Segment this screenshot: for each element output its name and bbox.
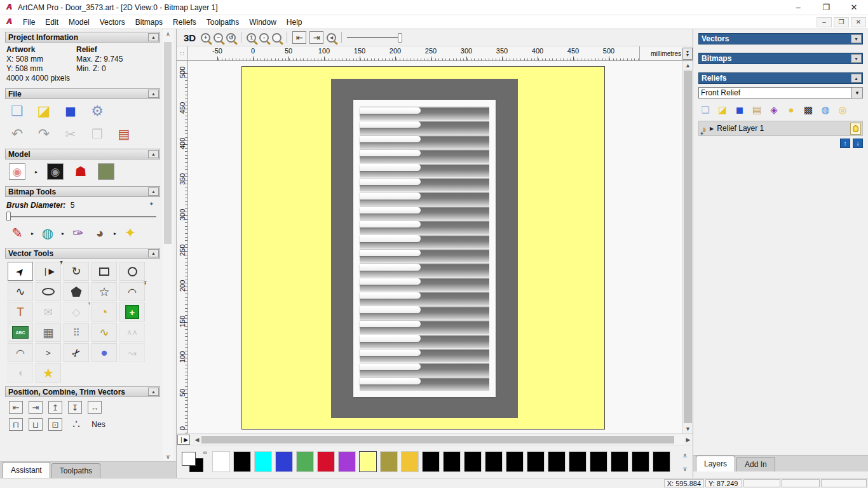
brush-slider-handle[interactable] xyxy=(6,212,11,221)
door-relief-bitmap[interactable] xyxy=(331,79,518,418)
close-button[interactable]: ✕ xyxy=(840,0,868,15)
mdi-minimize-button[interactable]: – xyxy=(817,17,832,27)
relief-select-dropdown[interactable]: Front Relief ▼ xyxy=(698,87,863,98)
colour-swatch[interactable] xyxy=(590,451,607,472)
toggle-panel-button[interactable]: ❘▶ xyxy=(177,435,190,445)
flood-replace-icon[interactable]: ✦ xyxy=(122,225,139,241)
flyout-arrow-icon[interactable]: ▸ xyxy=(114,231,116,236)
colour-swatch[interactable] xyxy=(632,451,649,472)
collapse-vector-tools-button[interactable]: ▲ xyxy=(148,249,159,257)
colour-swatch[interactable] xyxy=(464,451,482,472)
minimize-button[interactable]: – xyxy=(784,0,812,15)
save-relief-icon[interactable]: ◼ xyxy=(734,104,745,116)
paste-icon[interactable]: ▤ xyxy=(116,126,132,142)
block-copy-icon[interactable]: ⠿ xyxy=(64,323,89,342)
hscrollbar-thumb[interactable] xyxy=(201,436,674,444)
tab-toolpaths[interactable]: Toolpaths xyxy=(51,463,100,478)
colour-swatch[interactable] xyxy=(212,451,230,472)
menu-toolpaths[interactable]: Toolpaths xyxy=(201,17,244,28)
align-top-icon[interactable]: ↥ xyxy=(48,401,62,414)
toggle-reliefs-button[interactable]: ▲ xyxy=(851,74,862,83)
colour-swatch[interactable] xyxy=(254,451,272,472)
create-polygon-icon[interactable] xyxy=(64,282,89,301)
colour-swatch[interactable] xyxy=(485,451,503,472)
assistant-scrollbar-thumb[interactable] xyxy=(164,42,172,244)
select-vectors-icon[interactable]: ➤ xyxy=(8,262,33,281)
ruler-origin-icon[interactable]: ∷ xyxy=(177,46,188,60)
model-properties-icon[interactable]: ⚙ xyxy=(89,103,105,119)
colour-palette-icon[interactable]: ◕ xyxy=(92,225,108,241)
relief-layer-stack-icon[interactable]: ◈ xyxy=(768,104,780,116)
colour-swatch[interactable] xyxy=(275,451,293,472)
collapse-project-info-button[interactable]: ▲ xyxy=(148,33,159,41)
flyout-arrow-icon[interactable]: ▸ xyxy=(62,231,64,236)
undo-icon[interactable]: ↶ xyxy=(9,126,25,142)
fit-arcs-icon[interactable]: ◠ xyxy=(8,343,33,362)
view-3d-button[interactable]: 3D xyxy=(182,32,198,43)
create-bisector-icon[interactable]: ＞ xyxy=(36,343,61,362)
assistant-scrollbar[interactable]: ∧ ∨ xyxy=(163,29,173,461)
vector-texture-icon[interactable]: ★ xyxy=(36,363,61,383)
artwork-area[interactable] xyxy=(241,66,605,430)
pick-colour-icon[interactable]: ✑ xyxy=(70,225,86,241)
next-vector-button[interactable]: ⇥ xyxy=(309,31,323,44)
new-model-icon[interactable]: ❏ xyxy=(9,103,25,119)
menu-file[interactable]: File xyxy=(18,17,40,28)
relief-clipart-icon[interactable]: ▤ xyxy=(751,104,763,116)
vscrollbar-thumb[interactable] xyxy=(684,71,692,423)
colour-swatch[interactable] xyxy=(506,451,524,472)
centre-in-page-icon[interactable]: ⊡Ŧ xyxy=(48,418,62,431)
open-model-icon[interactable]: ◪ xyxy=(36,103,52,119)
zoom-1to1-icon[interactable]: 1 xyxy=(247,33,256,43)
text-block-icon[interactable]: ABC xyxy=(8,323,33,342)
flyout-arrow-icon[interactable]: ▸ xyxy=(31,231,34,236)
colour-swatch[interactable] xyxy=(380,451,398,472)
move-layer-up-button[interactable]: ↑ xyxy=(840,139,850,148)
centre-in-page-h-icon[interactable]: ⊔ xyxy=(29,418,43,431)
drawing-canvas[interactable] xyxy=(188,61,682,433)
colour-swatch[interactable] xyxy=(422,451,440,472)
canvas-vscrollbar[interactable]: ▲ ▼ xyxy=(682,61,693,433)
scroll-up-icon[interactable]: ∧ xyxy=(163,30,173,37)
menu-window[interactable]: Window xyxy=(244,17,281,28)
primary-secondary-colour-indicator[interactable]: ∞ xyxy=(180,449,208,475)
zoom-out-icon[interactable]: − xyxy=(214,33,223,43)
create-freehand-icon[interactable]: ∿ xyxy=(8,282,33,301)
layer-visibility-icon[interactable]: ● xyxy=(785,104,797,116)
align-right-icon[interactable]: ⇥ xyxy=(29,401,43,414)
previous-vector-button[interactable]: ⇤ xyxy=(292,31,306,44)
link-colours-icon[interactable]: ∞ xyxy=(203,449,207,456)
create-arc-icon[interactable]: ◠Ŧ xyxy=(119,282,145,301)
canvas-hscrollbar[interactable]: ◀ ▶ xyxy=(193,435,693,445)
create-circle-icon[interactable] xyxy=(119,262,145,281)
invert-model-icon[interactable]: ◉ xyxy=(47,163,64,180)
zoom-in-icon[interactable]: + xyxy=(201,33,210,43)
restore-button[interactable]: ❐ xyxy=(812,0,840,15)
transform-vectors-icon[interactable]: ↻ xyxy=(64,262,89,281)
tab-add-in[interactable]: Add In xyxy=(736,457,775,471)
menu-bitmaps[interactable]: Bitmaps xyxy=(130,17,168,28)
create-star-icon[interactable]: ☆ xyxy=(92,282,117,301)
align-bottom-icon[interactable]: ↧ xyxy=(68,401,82,414)
greyscale-from-model-icon[interactable]: ◉ xyxy=(9,163,25,180)
colour-swatch[interactable] xyxy=(548,451,566,472)
tape-measure-icon[interactable]: ◔ xyxy=(92,302,117,322)
relief-layer-row[interactable]: ◗+ ▶ Relief Layer 1 xyxy=(698,121,863,136)
toggle-all-layers-icon[interactable]: ◎ xyxy=(837,104,848,116)
toggle-bitmaps-button[interactable]: ▼ xyxy=(851,54,862,63)
scroll-right-icon[interactable]: ▶ xyxy=(684,437,693,443)
colour-swatch[interactable] xyxy=(317,451,335,472)
layer-visibility-toggle[interactable] xyxy=(850,123,861,135)
expand-layer-icon[interactable]: ▶ xyxy=(710,126,714,132)
colour-swatch[interactable] xyxy=(653,451,670,472)
create-rectangle-icon[interactable] xyxy=(92,262,117,281)
scroll-down-icon[interactable]: ▼ xyxy=(682,424,693,433)
collapse-model-button[interactable]: ▲ xyxy=(148,150,159,158)
toggle-vectors-button[interactable]: ▼ xyxy=(851,34,862,43)
flood-fill-icon[interactable]: ◍ xyxy=(39,225,56,241)
align-centre-icon[interactable]: ↔ xyxy=(88,401,102,414)
collapse-bitmap-tools-button[interactable]: ▲ xyxy=(148,187,159,196)
nesting-icon[interactable]: Nes xyxy=(90,416,107,433)
tab-layers[interactable]: Layers xyxy=(696,456,735,471)
flyout-arrow-icon[interactable]: ▸ xyxy=(35,169,37,175)
